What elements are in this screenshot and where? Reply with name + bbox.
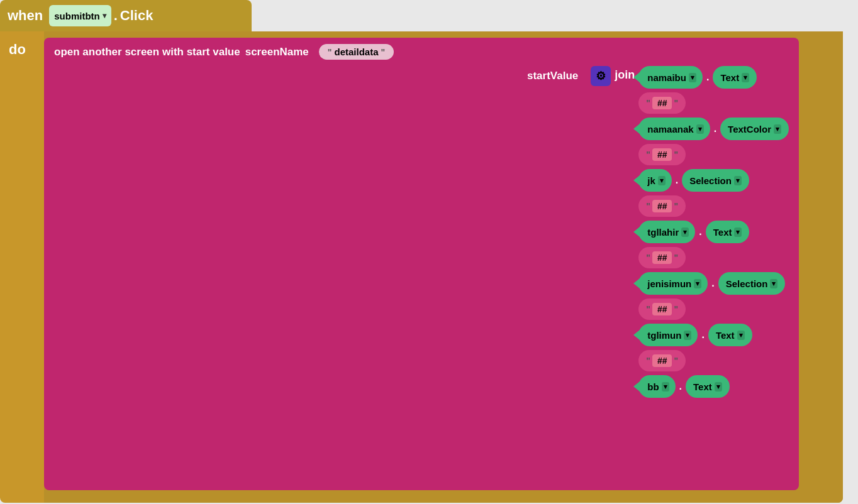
dropdown-arrow-namaanak[interactable]: ▾ xyxy=(696,124,704,134)
prop-pill-text-tglimun[interactable]: Text ▾ xyxy=(708,324,752,346)
close-quote: " xyxy=(381,47,386,57)
prop-pill-text-tgllahir[interactable]: Text ▾ xyxy=(706,221,750,243)
dot-jk: . xyxy=(676,175,678,186)
prop-text-tgllahir: Text xyxy=(713,227,732,238)
prop-selection-jenisimun: Selection xyxy=(726,278,768,289)
prop-arrow-namaanak[interactable]: ▾ xyxy=(774,124,781,134)
prop-arrow-jenisimun[interactable]: ▾ xyxy=(770,279,777,288)
list-item: namaibu ▾ . Text ▾ xyxy=(638,66,789,89)
list-item: " ## " xyxy=(638,144,789,165)
dot-namaanak: . xyxy=(714,123,716,134)
hash-open-quote-5: " xyxy=(646,304,650,314)
join-items: namaibu ▾ . Text ▾ xyxy=(638,66,789,398)
prop-text-bb: Text xyxy=(693,381,712,392)
component-name-namaibu: namaibu xyxy=(647,72,686,83)
component-pill-bb[interactable]: bb ▾ xyxy=(638,375,675,398)
prop-textcolor-namaanak: TextColor xyxy=(728,124,771,134)
prop-arrow-jk[interactable]: ▾ xyxy=(734,176,742,185)
screen-name-param: screenName xyxy=(245,46,309,58)
join-block: ⚙ join namaibu ▾ xyxy=(591,66,789,398)
hash-value-4: ## xyxy=(652,251,672,264)
dropdown-arrow-jk[interactable]: ▾ xyxy=(658,176,666,185)
hash-value-5: ## xyxy=(652,303,672,315)
component-name-jenisimun: jenisimun xyxy=(647,278,691,289)
hash-close-quote-5: " xyxy=(674,304,678,314)
hash-open-quote: " xyxy=(646,98,650,108)
prop-arrow-tglimun[interactable]: ▾ xyxy=(737,331,745,340)
when-row: when submitbtn ▾ . Click xyxy=(0,0,252,31)
list-item: namaanak ▾ . TextColor ▾ xyxy=(638,118,789,140)
component-dropdown[interactable]: submitbtn ▾ xyxy=(49,5,111,26)
open-quote: " xyxy=(328,47,332,57)
list-item: bb ▾ . Text ▾ xyxy=(638,375,789,398)
hash-value-2: ## xyxy=(652,148,672,161)
dot-jenisimun: . xyxy=(711,278,714,289)
dropdown-arrow-icon: ▾ xyxy=(103,11,106,20)
gear-icon[interactable]: ⚙ xyxy=(591,66,611,86)
hash-open-quote-6: " xyxy=(646,356,650,366)
screen-row: open another screen with start value scr… xyxy=(54,44,789,60)
dropdown-arrow-jenisimun[interactable]: ▾ xyxy=(694,279,701,288)
screen-name-pill[interactable]: " detaildata " xyxy=(319,44,394,60)
list-item: " ## " xyxy=(638,195,789,217)
list-item: tglimun ▾ . Text ▾ xyxy=(638,324,789,346)
component-pill-namaibu[interactable]: namaibu ▾ xyxy=(638,66,703,89)
prop-arrow-tgllahir[interactable]: ▾ xyxy=(734,227,742,237)
list-item: " ## " xyxy=(638,92,789,114)
dropdown-arrow-tglimun[interactable]: ▾ xyxy=(684,331,691,340)
open-screen-block: open another screen with start value scr… xyxy=(44,38,799,490)
component-name-jk: jk xyxy=(647,175,655,186)
hash-value-6: ## xyxy=(652,354,672,367)
list-item: " ## " xyxy=(638,350,789,371)
join-label: join xyxy=(615,66,635,82)
when-label: when xyxy=(8,8,43,24)
dropdown-arrow-tgllahir[interactable]: ▾ xyxy=(681,227,689,237)
hash-open-quote-2: " xyxy=(646,150,650,160)
click-label: Click xyxy=(120,8,153,24)
dot-separator: . xyxy=(114,8,118,24)
component-pill-jenisimun[interactable]: jenisimun ▾ xyxy=(638,272,708,295)
hash-close-quote-3: " xyxy=(674,201,678,211)
hash-open-quote-4: " xyxy=(646,253,650,263)
prop-arrow-namaibu[interactable]: ▾ xyxy=(742,73,749,82)
prop-arrow-bb[interactable]: ▾ xyxy=(715,382,722,392)
prop-pill-selection-jenisimun[interactable]: Selection ▾ xyxy=(718,272,786,295)
hash-close-quote-4: " xyxy=(674,253,678,263)
component-name: submitbtn xyxy=(54,11,100,21)
dropdown-arrow-namaibu[interactable]: ▾ xyxy=(689,73,696,82)
list-item: tgllahir ▾ . Text ▾ xyxy=(638,221,789,243)
do-content: open another screen with start value scr… xyxy=(44,31,843,503)
dot-bb: . xyxy=(679,381,682,392)
hash-pill-6[interactable]: " ## " xyxy=(638,350,686,371)
dropdown-arrow-bb[interactable]: ▾ xyxy=(662,382,669,392)
prop-text-tglimun: Text xyxy=(716,330,735,341)
component-name-namaanak: namaanak xyxy=(647,124,693,134)
component-pill-jk[interactable]: jk ▾ xyxy=(638,169,672,192)
list-item: " ## " xyxy=(638,299,789,320)
start-value-row: startValue ⚙ join xyxy=(54,66,789,398)
prop-pill-textcolor-namaanak[interactable]: TextColor ▾ xyxy=(720,118,789,140)
prop-pill-selection-jk[interactable]: Selection ▾ xyxy=(682,169,749,192)
dot-tgllahir: . xyxy=(699,226,701,238)
hash-close-quote: " xyxy=(674,98,678,108)
dot-namaibu: . xyxy=(706,72,709,83)
component-name-tglimun: tglimun xyxy=(647,330,681,341)
screen-name-value: detaildata xyxy=(334,47,378,57)
list-item: " ## " xyxy=(638,247,789,268)
hash-open-quote-3: " xyxy=(646,201,650,211)
hash-value-1: ## xyxy=(652,97,672,109)
hash-pill-1[interactable]: " ## " xyxy=(638,92,686,114)
hash-pill-4[interactable]: " ## " xyxy=(638,247,686,268)
prop-pill-text-namaibu[interactable]: Text ▾ xyxy=(713,66,757,89)
hash-pill-5[interactable]: " ## " xyxy=(638,299,686,320)
prop-pill-text-bb[interactable]: Text ▾ xyxy=(686,375,730,398)
main-block: when submitbtn ▾ . Click do open another… xyxy=(0,0,858,503)
component-pill-tglimun[interactable]: tglimun ▾ xyxy=(638,324,698,346)
do-area: do open another screen with start value … xyxy=(0,31,843,503)
hash-pill-3[interactable]: " ## " xyxy=(638,195,686,217)
component-pill-namaanak[interactable]: namaanak ▾ xyxy=(638,118,710,140)
list-item: jk ▾ . Selection ▾ xyxy=(638,169,789,192)
component-name-tgllahir: tgllahir xyxy=(647,227,679,238)
hash-pill-2[interactable]: " ## " xyxy=(638,144,686,165)
component-pill-tgllahir[interactable]: tgllahir ▾ xyxy=(638,221,695,243)
